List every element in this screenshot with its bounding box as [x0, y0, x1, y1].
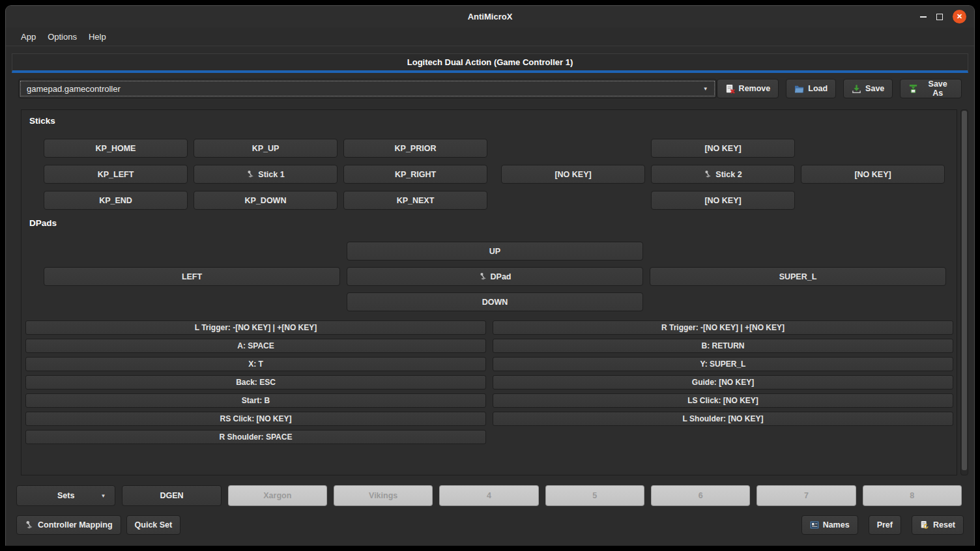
reset-label: Reset [933, 520, 955, 530]
set-tab-1[interactable]: DGEN [122, 485, 221, 506]
dpad-right-button[interactable]: SUPER_L [650, 267, 946, 286]
stick2-center-label: Stick 2 [715, 170, 742, 179]
set-tab-2[interactable]: Xargon [228, 485, 327, 506]
stick2-block: [NO KEY] Stick 2 [NO KEY] [501, 165, 945, 184]
ls-click-button[interactable]: LS Click: [NO KEY] [493, 393, 953, 408]
scrollbar-thumb[interactable] [962, 111, 967, 470]
guide-button[interactable]: Guide: [NO KEY] [493, 375, 953, 389]
stick1-up-button[interactable]: KP_UP [194, 139, 338, 158]
sets-dropdown-label: Sets [57, 491, 74, 500]
r-shoulder-button[interactable]: R Shoulder: SPACE [25, 430, 486, 444]
save-button[interactable]: Save [843, 79, 893, 98]
maximize-icon [936, 14, 943, 20]
quick-set-label: Quick Set [135, 520, 173, 530]
stick2-block: [NO KEY] [501, 139, 945, 158]
stick1-block: KP_LEFT Stick 1 KP_RIGHT [44, 165, 487, 184]
sets-dropdown-button[interactable]: Sets ▼ [16, 485, 115, 506]
menubar: App Options Help [6, 27, 974, 46]
set-tab-4[interactable]: 4 [439, 485, 538, 506]
bottom-right-group: Names Pref Reset [801, 515, 964, 535]
save-button-label: Save [865, 84, 884, 93]
app-window: AntiMicroX ✕ App Options Help Logitech D… [5, 5, 975, 546]
pref-button[interactable]: Pref [869, 515, 901, 535]
set-tab-3[interactable]: Vikings [334, 485, 433, 506]
r-trigger-button[interactable]: R Trigger: -[NO KEY] | +[NO KEY] [493, 320, 953, 335]
joystick-icon [479, 272, 487, 281]
menu-app[interactable]: App [15, 29, 42, 44]
stick2-center-button[interactable]: Stick 2 [651, 165, 795, 184]
controller-scroll-area: Sticks KP_HOME KP_UP KP_PRIOR [NO KEY] [21, 109, 957, 475]
stick2-left-button[interactable]: [NO KEY] [501, 165, 645, 184]
joystick-icon [246, 170, 255, 178]
sticks-section: KP_HOME KP_UP KP_PRIOR [NO KEY] KP_LEFT [22, 139, 957, 210]
a-button[interactable]: A: SPACE [25, 339, 486, 353]
chevron-down-icon: ▼ [100, 493, 106, 499]
set-tab-5[interactable]: 5 [545, 485, 644, 506]
save-as-button[interactable]: Save As [900, 79, 962, 98]
dpad-row-bottom: DOWN [44, 292, 957, 311]
l-shoulder-button[interactable]: L Shoulder: [NO KEY] [493, 412, 953, 426]
dpad-center-button[interactable]: DPad [347, 267, 643, 286]
set-tab-8[interactable]: 8 [863, 485, 962, 506]
stick2-down-button[interactable]: [NO KEY] [651, 191, 795, 210]
set-tab-6[interactable]: 6 [651, 485, 750, 506]
save-as-button-label: Save As [922, 79, 953, 98]
stick2-block: [NO KEY] [501, 191, 945, 210]
stick1-center-label: Stick 1 [258, 170, 284, 179]
chevron-down-icon: ▼ [703, 86, 708, 92]
profile-combobox-value: gamepad.gamecontroller [27, 84, 121, 94]
stick1-down-right-button[interactable]: KP_NEXT [343, 191, 487, 210]
dpad-up-button[interactable]: UP [347, 242, 643, 261]
minimize-button[interactable] [920, 16, 927, 18]
l-trigger-button[interactable]: L Trigger: -[NO KEY] | +[NO KEY] [25, 320, 486, 335]
controller-mapping-button[interactable]: Controller Mapping [16, 515, 121, 535]
remove-button[interactable]: Remove [717, 79, 779, 98]
dpad-left-button[interactable]: LEFT [44, 267, 340, 286]
y-button[interactable]: Y: SUPER_L [493, 357, 953, 371]
stick1-left-button[interactable]: KP_LEFT [44, 165, 188, 184]
controller-tab[interactable]: Logitech Dual Action (Game Controller 1) [12, 53, 968, 73]
stick1-down-button[interactable]: KP_DOWN [194, 191, 338, 210]
reset-icon [920, 520, 929, 530]
stick-row-middle: KP_LEFT Stick 1 KP_RIGHT [44, 165, 957, 184]
controller-mapping-label: Controller Mapping [38, 520, 113, 530]
dpad-row-middle: LEFT DPad SUPER_L [44, 267, 957, 286]
menu-help[interactable]: Help [83, 29, 112, 44]
dpad-down-button[interactable]: DOWN [347, 292, 643, 311]
controller-tab-label: Logitech Dual Action (Game Controller 1) [407, 57, 573, 67]
quick-set-button[interactable]: Quick Set [126, 515, 181, 535]
maximize-button[interactable] [936, 14, 943, 20]
titlebar: AntiMicroX ✕ [6, 6, 974, 27]
profile-combobox[interactable]: gamepad.gamecontroller ▼ [18, 79, 717, 98]
load-button[interactable]: Load [786, 79, 836, 98]
stick2-up-button[interactable]: [NO KEY] [651, 139, 795, 158]
close-button[interactable]: ✕ [953, 10, 966, 23]
stick2-right-button[interactable]: [NO KEY] [801, 165, 945, 184]
rs-click-button[interactable]: RS Click: [NO KEY] [25, 412, 486, 426]
content-area: Logitech Dual Action (Game Controller 1)… [6, 46, 974, 545]
start-button[interactable]: Start: B [25, 393, 486, 408]
dpads-heading: DPads [29, 218, 957, 228]
profile-bar: gamepad.gamecontroller ▼ Remove [18, 79, 962, 98]
stick-row-bottom: KP_END KP_DOWN KP_NEXT [NO KEY] [44, 191, 957, 210]
reset-button[interactable]: Reset [912, 515, 964, 535]
b-button[interactable]: B: RETURN [493, 339, 953, 353]
back-button[interactable]: Back: ESC [25, 375, 486, 389]
sets-bar: Sets ▼ DGEN Xargon Vikings 4 5 6 7 8 [16, 485, 962, 506]
stick1-up-right-button[interactable]: KP_PRIOR [343, 139, 487, 158]
stick1-center-button[interactable]: Stick 1 [194, 165, 338, 184]
x-button[interactable]: X: T [25, 357, 486, 371]
vertical-scrollbar[interactable] [960, 109, 968, 475]
button-mapping-list: L Trigger: -[NO KEY] | +[NO KEY] A: SPAC… [25, 320, 953, 444]
stick1-up-left-button[interactable]: KP_HOME [44, 139, 188, 158]
stick1-down-left-button[interactable]: KP_END [44, 191, 188, 210]
names-label: Names [823, 520, 850, 530]
window-title: AntiMicroX [468, 12, 513, 21]
set-tab-7[interactable]: 7 [757, 485, 856, 506]
joystick-icon [704, 170, 712, 178]
stick1-block: KP_END KP_DOWN KP_NEXT [44, 191, 487, 210]
names-icon [810, 520, 819, 530]
stick1-right-button[interactable]: KP_RIGHT [343, 165, 487, 184]
names-button[interactable]: Names [801, 515, 858, 535]
menu-options[interactable]: Options [42, 29, 83, 44]
